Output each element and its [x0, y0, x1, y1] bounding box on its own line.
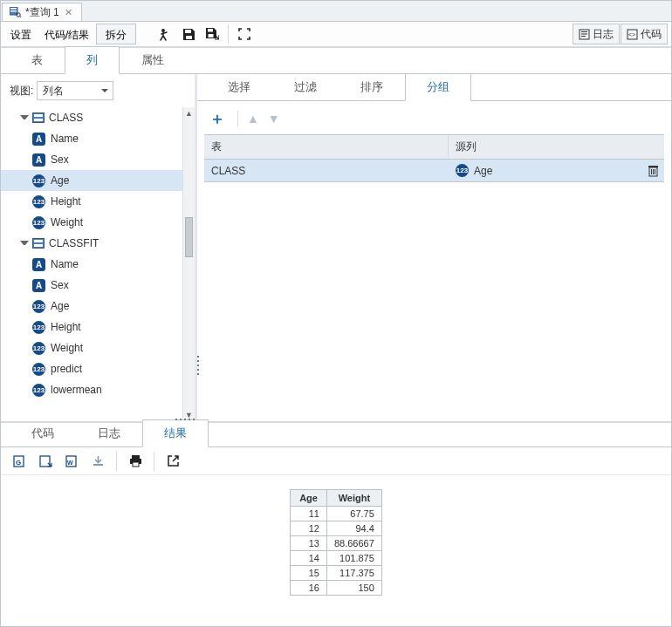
view-select[interactable]: 列名 — [37, 81, 113, 100]
result-table: AgeWeight1167.751294.41388.6666714101.87… — [290, 489, 382, 596]
num-type-icon: 123 — [32, 342, 45, 355]
svg-rect-17 — [648, 166, 658, 167]
subtab-sort[interactable]: 排序 — [339, 73, 405, 100]
export-pdf-icon[interactable] — [34, 451, 57, 472]
svg-rect-29 — [133, 462, 139, 467]
column-tree: CLASSANameASex123Age123Height123WeightCL… — [1, 107, 182, 421]
window-tab-query1[interactable]: *查询 1 ✕ — [2, 3, 82, 21]
main-split: 视图: 列名 CLASSANameASex123Age123Height123W… — [1, 74, 671, 421]
svg-text:G: G — [16, 459, 21, 467]
app-window: *查询 1 ✕ 设置 代码/结果 拆分 日志 <> 代码 — [0, 0, 672, 627]
fullscreen-icon[interactable] — [233, 24, 256, 44]
svg-rect-9 — [209, 34, 214, 37]
grid-head-table: 表 — [204, 135, 449, 159]
char-type-icon: A — [32, 133, 45, 146]
window-tabs: *查询 1 ✕ — [1, 1, 671, 22]
split-button[interactable]: 拆分 — [96, 24, 136, 44]
num-type-icon: 123 — [32, 216, 45, 229]
subtab-select[interactable]: 选择 — [206, 73, 272, 100]
scrollbar-thumb[interactable] — [185, 217, 193, 257]
svg-rect-12 — [581, 33, 587, 34]
group-actions: ＋ ▲ ▼ — [204, 106, 664, 134]
tab-columns[interactable]: 列 — [65, 46, 120, 74]
tree-column[interactable]: 123predict — [1, 358, 182, 379]
num-type-icon: 123 — [32, 321, 45, 334]
delete-icon[interactable] — [641, 165, 664, 177]
bottom-toolbar: G W — [1, 447, 671, 475]
print-icon[interactable] — [124, 451, 147, 472]
bottom-panel: 代码 日志 结果 G W AgeWeight1167.751294.41388.… — [1, 421, 671, 626]
table-icon — [32, 112, 45, 123]
svg-text:W: W — [67, 460, 73, 466]
code-button[interactable]: <> 代码 — [621, 24, 668, 44]
svg-text:<>: <> — [628, 31, 635, 37]
code-result-button[interactable]: 代码/结果 — [38, 24, 95, 44]
tree-column[interactable]: 123Age — [1, 170, 182, 191]
char-type-icon: A — [32, 279, 45, 292]
add-icon[interactable]: ＋ — [206, 108, 229, 129]
tab-table[interactable]: 表 — [10, 46, 65, 73]
subtab-filter[interactable]: 过滤 — [272, 73, 339, 100]
splitter-handle[interactable] — [195, 355, 200, 376]
tree-column[interactable]: AName — [1, 254, 182, 275]
tree-table[interactable]: CLASSFIT — [1, 233, 182, 254]
move-down-icon: ▼ — [268, 112, 280, 126]
save-as-icon[interactable] — [201, 24, 223, 44]
tree-column[interactable]: AName — [1, 128, 182, 149]
svg-rect-13 — [581, 36, 586, 37]
save-icon[interactable] — [177, 24, 200, 44]
disclosure-icon[interactable] — [20, 115, 29, 124]
num-type-icon: 123 — [32, 363, 45, 376]
export-html-icon[interactable]: G — [8, 451, 31, 472]
num-type-icon: 123 — [32, 384, 45, 397]
query-icon — [10, 7, 22, 17]
move-up-icon: ▲ — [247, 112, 259, 126]
char-type-icon: A — [32, 153, 45, 167]
tree-column[interactable]: 123Weight — [1, 337, 182, 358]
content: 选择 过滤 排序 分组 ＋ ▲ ▼ 表 源列 CLASS123Age — [197, 74, 671, 421]
sidebar: 视图: 列名 CLASSANameASex123Age123Height123W… — [1, 74, 197, 421]
top-tabs: 表 列 属性 — [1, 48, 671, 74]
run-icon[interactable] — [154, 24, 176, 44]
sub-tabs: 选择 过滤 排序 分组 — [197, 75, 671, 101]
bottom-splitter[interactable] — [175, 419, 195, 420]
export-rtf-icon[interactable]: W — [60, 451, 83, 472]
scrollbar[interactable]: ▲ ▼ — [182, 107, 195, 421]
subtab-group[interactable]: 分组 — [405, 73, 471, 101]
log-button[interactable]: 日志 — [573, 24, 620, 44]
svg-line-4 — [20, 17, 22, 18]
tree-column[interactable]: 123Height — [1, 191, 182, 212]
char-type-icon: A — [32, 258, 45, 271]
tree-column[interactable]: 123lowermean — [1, 379, 182, 400]
tree-column[interactable]: 123Age — [1, 296, 182, 317]
svg-rect-11 — [581, 31, 587, 32]
group-grid: 表 源列 CLASS123Age — [204, 134, 664, 182]
svg-rect-1 — [10, 8, 17, 10]
grid-row[interactable]: CLASS123Age — [204, 160, 664, 182]
table-row: 1167.75 — [291, 507, 382, 521]
tab-attributes[interactable]: 属性 — [120, 46, 186, 73]
close-icon[interactable]: ✕ — [63, 7, 74, 18]
tree-column[interactable]: 123Height — [1, 317, 182, 337]
num-type-icon: 123 — [456, 164, 469, 177]
num-type-icon: 123 — [32, 300, 45, 313]
tree-column[interactable]: ASex — [1, 149, 182, 170]
tree-column[interactable]: ASex — [1, 275, 182, 296]
svg-rect-2 — [10, 10, 17, 12]
btab-code[interactable]: 代码 — [10, 419, 76, 446]
svg-rect-7 — [186, 36, 192, 39]
result-content: AgeWeight1167.751294.41388.6666714101.87… — [1, 475, 671, 626]
tree-table[interactable]: CLASS — [1, 107, 182, 128]
svg-rect-27 — [132, 455, 140, 459]
tree-column[interactable]: 123Weight — [1, 212, 182, 233]
disclosure-icon[interactable] — [20, 241, 29, 249]
settings-button[interactable]: 设置 — [4, 24, 38, 44]
window-tab-title: *查询 1 — [25, 5, 59, 20]
btab-result[interactable]: 结果 — [142, 419, 209, 447]
svg-rect-23 — [40, 456, 50, 467]
popout-icon[interactable] — [161, 451, 184, 472]
download-icon[interactable] — [86, 451, 109, 472]
separator — [228, 24, 229, 44]
svg-rect-6 — [185, 30, 191, 33]
btab-log[interactable]: 日志 — [76, 419, 142, 446]
